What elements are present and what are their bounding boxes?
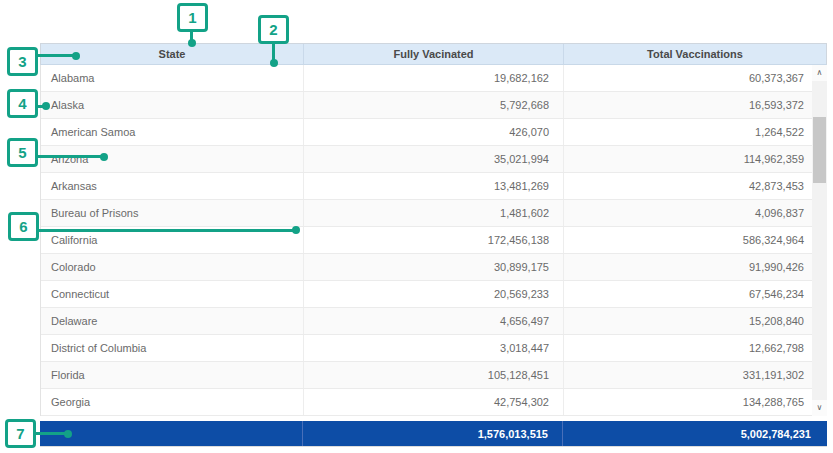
- table-row[interactable]: Connecticut20,569,23367,546,234: [41, 281, 826, 308]
- callout-5-badge: 5: [7, 138, 38, 167]
- totals-fully-vaccinated-value: 1,576,013,515: [302, 421, 562, 446]
- fully-vaccinated-cell: 5,792,668: [303, 92, 563, 118]
- state-cell: Colorado: [41, 254, 303, 280]
- callout-2-badge: 2: [258, 15, 289, 44]
- total-vaccinations-cell: 4,096,837: [563, 200, 826, 226]
- column-header-total-vaccinations[interactable]: Total Vaccinations: [563, 44, 826, 64]
- callout-3-connector: [36, 54, 76, 57]
- total-vaccinations-cell: 15,208,840: [563, 308, 826, 334]
- fully-vaccinated-cell: 13,481,269: [303, 173, 563, 199]
- total-vaccinations-cell: 67,546,234: [563, 281, 826, 307]
- column-header-state[interactable]: State: [41, 44, 303, 64]
- total-vaccinations-cell: 42,873,453: [563, 173, 826, 199]
- total-vaccinations-cell: 331,191,302: [563, 362, 826, 388]
- callout-5-dot: [100, 153, 108, 161]
- total-vaccinations-cell: 60,373,367: [563, 65, 826, 91]
- table-row[interactable]: Arizona35,021,994114,962,359: [41, 146, 826, 173]
- totals-row-state-cell: [40, 421, 302, 446]
- total-vaccinations-cell: 12,662,798: [563, 335, 826, 361]
- scrollbar-thumb[interactable]: [813, 117, 826, 183]
- state-cell: American Samoa: [41, 119, 303, 145]
- state-cell: Arizona: [41, 146, 303, 172]
- total-vaccinations-cell: 16,593,372: [563, 92, 826, 118]
- fully-vaccinated-cell: 30,899,175: [303, 254, 563, 280]
- callout-7-badge: 7: [5, 419, 36, 448]
- state-cell: Georgia: [41, 389, 303, 415]
- fully-vaccinated-cell: 1,481,602: [303, 200, 563, 226]
- state-cell: District of Columbia: [41, 335, 303, 361]
- table-row[interactable]: Bureau of Prisons1,481,6024,096,837: [41, 200, 826, 227]
- state-cell: Connecticut: [41, 281, 303, 307]
- annotated-vaccination-table-screenshot: State Fully Vacinated Total Vaccinations…: [0, 0, 833, 453]
- total-vaccinations-cell: 1,264,522: [563, 119, 826, 145]
- total-vaccinations-cell: 91,990,426: [563, 254, 826, 280]
- callout-6-badge: 6: [8, 212, 39, 241]
- state-cell: Bureau of Prisons: [41, 200, 303, 226]
- fully-vaccinated-cell: 426,070: [303, 119, 563, 145]
- callout-3-badge: 3: [7, 47, 38, 76]
- totals-total-vaccinations-value: 5,002,784,231: [562, 421, 827, 446]
- callout-4-dot: [42, 102, 50, 110]
- callout-4-badge: 4: [7, 89, 38, 118]
- fully-vaccinated-cell: 3,018,447: [303, 335, 563, 361]
- total-vaccinations-cell: 114,962,359: [563, 146, 826, 172]
- callout-7-connector: [34, 432, 67, 435]
- table-row[interactable]: Alabama19,682,16260,373,367: [41, 65, 826, 92]
- table-row[interactable]: Alaska5,792,66816,593,372: [41, 92, 826, 119]
- state-cell: Florida: [41, 362, 303, 388]
- state-cell: Delaware: [41, 308, 303, 334]
- callout-5-connector: [36, 155, 102, 158]
- scroll-up-arrow-icon[interactable]: ∧: [812, 65, 827, 81]
- callout-1-dot: [188, 39, 196, 47]
- vertical-scrollbar[interactable]: ∧ ∨: [812, 65, 827, 416]
- fully-vaccinated-cell: 42,754,302: [303, 389, 563, 415]
- state-cell: Alabama: [41, 65, 303, 91]
- callout-6-connector: [37, 229, 294, 232]
- callout-7-dot: [64, 430, 72, 438]
- table-row[interactable]: District of Columbia3,018,44712,662,798: [41, 335, 826, 362]
- callout-3-dot: [72, 52, 80, 60]
- table-body: Alabama19,682,16260,373,367Alaska5,792,6…: [40, 65, 827, 416]
- callout-1-badge: 1: [177, 3, 208, 32]
- table-row[interactable]: Colorado30,899,17591,990,426: [41, 254, 826, 281]
- callout-6-dot: [292, 226, 300, 234]
- state-cell: Alaska: [41, 92, 303, 118]
- total-vaccinations-cell: 134,288,765: [563, 389, 826, 415]
- fully-vaccinated-cell: 20,569,233: [303, 281, 563, 307]
- column-header-fully-vaccinated[interactable]: Fully Vacinated: [303, 44, 563, 64]
- fully-vaccinated-cell: 172,456,138: [303, 227, 563, 253]
- fully-vaccinated-cell: 19,682,162: [303, 65, 563, 91]
- totals-row: 1,576,013,515 5,002,784,231: [40, 421, 827, 447]
- table-row[interactable]: Georgia42,754,302134,288,765: [41, 389, 826, 416]
- fully-vaccinated-cell: 105,128,451: [303, 362, 563, 388]
- callout-2-dot: [270, 59, 278, 67]
- fully-vaccinated-cell: 4,656,497: [303, 308, 563, 334]
- table-row[interactable]: Delaware4,656,49715,208,840: [41, 308, 826, 335]
- table-row[interactable]: Florida105,128,451331,191,302: [41, 362, 826, 389]
- table-row[interactable]: Arkansas13,481,26942,873,453: [41, 173, 826, 200]
- table-header-row: State Fully Vacinated Total Vaccinations: [40, 43, 827, 65]
- total-vaccinations-cell: 586,324,964: [563, 227, 826, 253]
- fully-vaccinated-cell: 35,021,994: [303, 146, 563, 172]
- table-row[interactable]: American Samoa426,0701,264,522: [41, 119, 826, 146]
- state-cell: Arkansas: [41, 173, 303, 199]
- scroll-down-arrow-icon[interactable]: ∨: [812, 400, 827, 416]
